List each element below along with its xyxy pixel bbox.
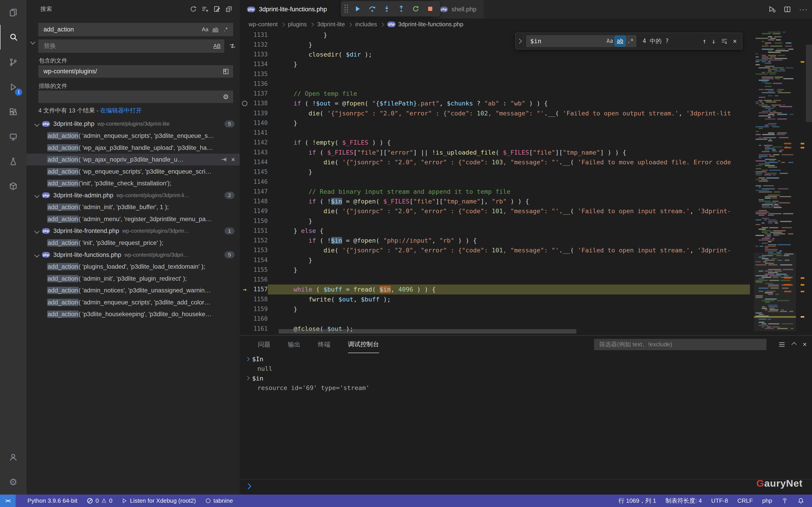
more-actions-icon[interactable]: ··· <box>799 5 808 13</box>
toggle-replace-button[interactable] <box>29 30 37 54</box>
settings-gear-icon[interactable]: ⚙ <box>0 470 27 495</box>
code-line[interactable]: 1151 } else { <box>240 226 812 236</box>
run-or-debug-icon[interactable] <box>768 5 776 13</box>
gutter[interactable] <box>240 79 249 89</box>
gutter[interactable] <box>240 30 249 40</box>
gutter[interactable] <box>240 128 249 137</box>
search-match-row[interactable]: add_action( 'admin_notices', 'p3dlite_un… <box>27 284 240 296</box>
gutter[interactable] <box>240 245 249 255</box>
code-line[interactable]: 1149 die( '{"jsonrpc" : "2.0", "error" :… <box>240 206 812 216</box>
language-mode-item[interactable]: php <box>758 497 777 504</box>
code-line[interactable]: 1155 } <box>240 265 812 275</box>
cursor-position-item[interactable]: 行 1069，列 1 <box>614 497 661 505</box>
source-control-icon[interactable] <box>0 50 27 74</box>
notifications-bell-icon[interactable] <box>793 498 809 504</box>
code-editor[interactable]: 1131 }1132 }1133 closedir( $dir );1134 }… <box>240 30 812 335</box>
find-input[interactable] <box>529 37 605 45</box>
ports-antenna-icon[interactable] <box>777 498 793 504</box>
breakpoint-icon[interactable] <box>240 99 249 108</box>
problems-item[interactable]: 0 ⚠ 0 <box>82 497 117 504</box>
code-line[interactable]: 1159 } <box>240 304 812 314</box>
search-file-row[interactable]: php3dprint-lite.phpwp-content/plugins/3d… <box>27 118 240 130</box>
gutter[interactable] <box>240 265 249 275</box>
debug-continue-icon[interactable] <box>352 2 364 15</box>
gutter[interactable] <box>240 89 249 99</box>
gutter[interactable] <box>240 275 249 284</box>
code-line[interactable]: 1140 } <box>240 118 812 128</box>
search-match-row[interactable]: add_action( 'admin_init', 'p3dlite_buffe… <box>27 201 240 213</box>
gutter[interactable] <box>240 294 249 304</box>
find-regex-icon[interactable]: .* <box>625 36 635 46</box>
gutter[interactable] <box>240 40 249 50</box>
search-match-row[interactable]: add_action( 'admin_menu', 'register_3dpr… <box>27 213 240 225</box>
code-line[interactable]: 1154 } <box>240 255 812 265</box>
breadcrumb-item[interactable]: 3dprint-lite <box>317 21 345 28</box>
gutter[interactable] <box>240 137 249 147</box>
refresh-icon[interactable] <box>190 5 197 13</box>
code-line[interactable]: 1138 if ( !$out = @fopen( "{$filePath}.p… <box>240 99 812 108</box>
gutter[interactable] <box>240 324 249 334</box>
eol-item[interactable]: CRLF <box>733 497 758 504</box>
search-file-row[interactable]: php3dprint-lite-functions.phpwp-content/… <box>27 249 240 261</box>
tab-debug-console[interactable]: 调试控制台 <box>348 336 379 353</box>
gutter[interactable] <box>240 236 249 245</box>
code-line[interactable]: 1135 <box>240 69 812 79</box>
code-line[interactable]: 1152 if ( !$in = @fopen( "php://input", … <box>240 236 812 245</box>
account-icon[interactable] <box>0 445 27 470</box>
find-in-selection-icon[interactable] <box>721 38 728 45</box>
whole-word-icon[interactable]: ab <box>210 24 221 35</box>
search-match-row[interactable]: add_action('init', 'p3dlite_check_instal… <box>27 177 240 189</box>
search-match-row[interactable]: add_action( 'wp_ajax_p3dlite_handle_uplo… <box>27 142 240 154</box>
gutter[interactable] <box>240 177 249 187</box>
xdebug-item[interactable]: Listen for Xdebug (root2) <box>117 497 201 504</box>
drag-grip-icon[interactable] <box>344 4 349 13</box>
package-explorer-icon[interactable] <box>0 174 27 199</box>
gutter[interactable] <box>240 69 249 79</box>
code-line[interactable]: 1150 } <box>240 216 812 226</box>
breadcrumb-item[interactable]: includes <box>355 21 377 28</box>
indentation-item[interactable]: 制表符长度: 4 <box>661 497 707 505</box>
gutter[interactable] <box>240 216 249 226</box>
run-debug-icon[interactable]: 1 <box>0 74 27 99</box>
gutter[interactable] <box>240 196 249 206</box>
code-line[interactable]: 1142 if ( !empty( $_FILES ) ) { <box>240 137 812 147</box>
code-line[interactable]: 1160 <box>240 314 812 324</box>
code-line[interactable]: 1158 fwrite( $out, $buff ); <box>240 294 812 304</box>
testing-icon[interactable] <box>0 149 27 174</box>
remote-explorer-icon[interactable] <box>0 124 27 149</box>
replace-all-icon[interactable] <box>229 42 236 50</box>
search-icon[interactable] <box>0 25 27 50</box>
replace-match-icon[interactable] <box>221 156 227 163</box>
gutter[interactable] <box>240 167 249 177</box>
gutter[interactable] <box>240 108 249 118</box>
open-editors-book-icon[interactable] <box>221 66 231 77</box>
code-line[interactable]: 1134 } <box>240 59 812 69</box>
debug-stop-icon[interactable] <box>424 2 437 15</box>
open-in-editor-link[interactable]: 在编辑器中打开 <box>100 107 142 114</box>
search-match-row[interactable]: add_action( 'admin_init', 'p3dlite_plugi… <box>27 273 240 284</box>
close-panel-icon[interactable]: × <box>803 340 807 349</box>
find-next-icon[interactable]: ↓ <box>712 37 716 45</box>
gutter[interactable] <box>240 206 249 216</box>
search-match-row[interactable]: add_action( 'wp_enqueue_scripts', 'p3dli… <box>27 165 240 177</box>
gutter[interactable] <box>240 304 249 314</box>
search-file-row[interactable]: php3dprint-lite-admin.phpwp-content/plug… <box>27 189 240 202</box>
debug-step-over-icon[interactable] <box>366 2 378 15</box>
find-previous-icon[interactable]: ↑ <box>702 37 706 45</box>
files-include-input[interactable] <box>42 67 220 75</box>
gutter[interactable] <box>240 314 249 324</box>
current-statement-arrow-icon[interactable]: → <box>240 284 249 294</box>
exclude-settings-icon[interactable]: ⚙ <box>221 92 231 102</box>
search-match-row[interactable]: add_action( 'admin_enqueue_scripts', 'p3… <box>27 130 240 142</box>
gutter[interactable] <box>240 148 249 157</box>
panel-menu-icon[interactable] <box>778 341 785 348</box>
find-close-icon[interactable]: × <box>733 37 737 45</box>
code-line[interactable]: 1143 if ( $_FILES["file"]["error"] || !i… <box>240 148 812 157</box>
console-filter-input[interactable] <box>598 340 762 349</box>
minimap[interactable] <box>754 30 796 331</box>
search-match-row[interactable]: add_action( 'p3dlite_housekeeping', 'p3d… <box>27 308 240 320</box>
code-line[interactable]: 1156 <box>240 275 812 284</box>
search-file-row[interactable]: php3dprint-lite-frontend.phpwp-content/p… <box>27 225 240 237</box>
breadcrumb-item[interactable]: wp-content <box>249 21 277 28</box>
remote-indicator-icon[interactable]: >< <box>0 495 16 507</box>
